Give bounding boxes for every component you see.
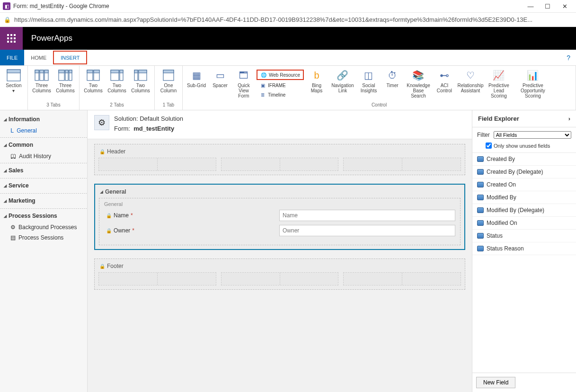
svg-rect-20 <box>59 70 64 73</box>
tab-home[interactable]: HOME <box>24 50 53 65</box>
chevron-right-icon[interactable]: › <box>568 115 570 122</box>
form-general-tab[interactable]: ◢General General 🔒Name* 🔒Owner* <box>94 184 465 250</box>
solution-name: Default Solution <box>140 115 183 122</box>
header-cell-2[interactable] <box>221 158 339 171</box>
ribbon-one-column[interactable]: One Column <box>158 68 179 93</box>
ribbon-spacer[interactable]: ▭Spacer <box>209 68 231 88</box>
minimize-button[interactable]: — <box>522 3 539 10</box>
ribbon-relationship-assistant[interactable]: ♡Relationship Assistant <box>457 68 484 93</box>
nav-section-information[interactable]: Information <box>0 113 87 125</box>
field-item[interactable]: Modified By <box>472 191 576 204</box>
field-icon <box>477 233 484 239</box>
tab-insert[interactable]: INSERT <box>53 51 87 64</box>
general-section[interactable]: General 🔒Name* 🔒Owner* <box>99 198 461 245</box>
footer-cell-2[interactable] <box>221 272 339 285</box>
ribbon-group-1tab: 1 Tab <box>158 102 179 109</box>
header-cell-1[interactable] <box>98 158 216 171</box>
footer-cell-1[interactable] <box>98 272 216 285</box>
field-icon <box>477 195 484 200</box>
svg-rect-6 <box>7 41 9 43</box>
field-item[interactable]: Created By <box>472 153 576 166</box>
two-columns-icon <box>109 69 124 82</box>
field-item[interactable]: Modified On <box>472 217 576 230</box>
ribbon-section[interactable]: Section▾ <box>3 68 25 93</box>
nav-item-process-sessions[interactable]: ▤Process Sessions <box>0 232 87 243</box>
field-item[interactable]: Status Reason <box>472 242 576 255</box>
ribbon-two-columns-c[interactable]: Two Columns <box>130 68 151 93</box>
nav-item-general[interactable]: LGeneral <box>0 125 87 136</box>
pls-icon: 📈 <box>491 69 506 82</box>
ribbon-web-resource[interactable]: 🌐Web Resource <box>257 70 304 80</box>
field-item[interactable]: Created By (Delegate) <box>472 166 576 178</box>
svg-rect-5 <box>14 37 16 39</box>
nav-section-common[interactable]: Common <box>0 139 87 151</box>
field-row-owner[interactable]: 🔒Owner* <box>104 225 455 236</box>
nav-section-service[interactable]: Service <box>0 179 87 192</box>
field-row-name[interactable]: 🔒Name* <box>104 210 455 221</box>
field-item[interactable]: Status <box>472 230 576 242</box>
svg-rect-34 <box>139 70 147 73</box>
filter-select[interactable]: All Fields <box>494 131 571 139</box>
field-item[interactable]: Created On <box>472 178 576 191</box>
ribbon-three-columns-b[interactable]: Three Columns <box>54 68 76 93</box>
ribbon-aci[interactable]: ⊷ACI Control <box>434 68 455 93</box>
nav-item-audit[interactable]: 🕮Audit History <box>0 151 87 161</box>
tab-file[interactable]: FILE <box>0 50 24 65</box>
ribbon-two-columns-a[interactable]: Two Columns <box>82 68 104 93</box>
help-icon[interactable]: ? <box>567 54 570 62</box>
app-launcher-button[interactable] <box>0 27 23 50</box>
owner-input[interactable] <box>279 225 455 236</box>
name-field-label: Name <box>114 212 129 219</box>
aci-icon: ⊷ <box>437 69 452 82</box>
canvas-header: ⚙ Solution: Default Solution Form: md_te… <box>88 110 472 139</box>
entity-icon: ⚙ <box>94 115 109 130</box>
solution-label: Solution: <box>114 115 138 122</box>
field-explorer: Field Explorer › Filter All Fields Only … <box>472 110 576 392</box>
url-text[interactable]: https://melissa.crm.dynamics.com/main.as… <box>14 16 532 23</box>
ribbon-bing-maps[interactable]: bBing Maps <box>306 68 328 93</box>
nav-item-background-processes[interactable]: ⚙Background Processes <box>0 222 87 232</box>
ribbon-social[interactable]: ◫Social Insights <box>358 68 380 93</box>
ribbon-kb-search[interactable]: 📚Knowledge Base Search <box>405 68 432 98</box>
ribbon-timer[interactable]: ⏱Timer <box>381 68 403 88</box>
svg-rect-30 <box>120 70 123 73</box>
ribbon-two-columns-b[interactable]: Two Columns <box>106 68 128 93</box>
name-input[interactable] <box>279 210 455 221</box>
ribbon-timeline[interactable]: ≣Timeline <box>257 90 304 99</box>
lock-icon: 🔒 <box>99 149 105 154</box>
lock-icon: 🔒 <box>4 17 10 23</box>
footer-cell-3[interactable] <box>343 272 461 285</box>
nav-section-sales[interactable]: Sales <box>0 164 87 177</box>
header-cell-3[interactable] <box>343 158 461 171</box>
maximize-button[interactable]: ☐ <box>539 3 556 10</box>
main-area: Information LGeneral Common 🕮Audit Histo… <box>0 110 576 392</box>
window-title: Form: md_testEntity - Google Chrome <box>13 3 522 9</box>
ribbon-subgrid[interactable]: ▦Sub-Grid <box>186 68 207 88</box>
svg-rect-15 <box>40 70 44 73</box>
left-navigation: Information LGeneral Common 🕮Audit Histo… <box>0 110 88 392</box>
two-columns-icon <box>86 69 101 82</box>
field-list: Created By Created By (Delegate) Created… <box>472 153 576 373</box>
ribbon-three-columns-a[interactable]: Three Columns <box>31 68 53 93</box>
form-footer-section[interactable]: 🔒Footer <box>94 258 465 290</box>
ribbon-quickview[interactable]: 🗔Quick View Form <box>233 68 255 98</box>
timeline-icon: ≣ <box>259 91 266 98</box>
ribbon-predictive-opportunity[interactable]: 📊Predictive Opportunity Scoring <box>514 68 552 98</box>
two-columns-icon <box>133 69 148 82</box>
only-unused-checkbox[interactable] <box>486 143 492 149</box>
ribbon-predictive-lead[interactable]: 📈Predictive Lead Scoring <box>486 68 512 98</box>
close-window-button[interactable]: ✕ <box>556 3 573 10</box>
ribbon-nav-link[interactable]: 🔗Navigation Link <box>329 68 356 93</box>
form-header-section[interactable]: 🔒Header <box>94 144 465 175</box>
browser-titlebar: ◧ Form: md_testEntity - Google Chrome — … <box>0 0 576 13</box>
field-item[interactable]: Modified By (Delegate) <box>472 204 576 217</box>
waffle-icon <box>7 34 16 43</box>
nav-section-process-sessions[interactable]: Process Sessions <box>0 210 87 222</box>
field-icon <box>477 182 484 187</box>
link-icon: 🔗 <box>335 69 350 82</box>
svg-rect-3 <box>7 37 9 39</box>
ribbon-iframe[interactable]: ▣IFRAME <box>257 81 304 89</box>
svg-rect-1 <box>10 34 12 36</box>
new-field-button[interactable]: New Field <box>476 377 515 388</box>
nav-section-marketing[interactable]: Marketing <box>0 195 87 207</box>
